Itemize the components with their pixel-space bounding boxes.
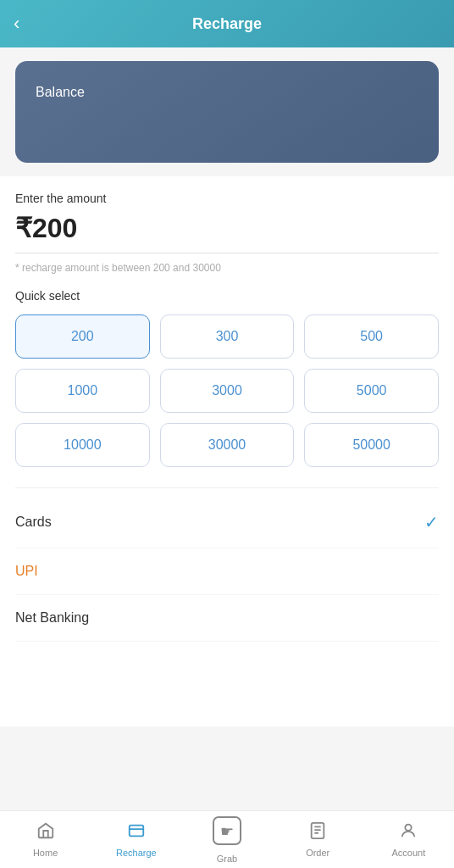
nav-recharge-label: Recharge — [116, 848, 157, 858]
quick-select-grid: 200 300 500 1000 3000 5000 10000 30000 5… — [15, 314, 439, 467]
header-title: Recharge — [192, 15, 262, 33]
payment-upi[interactable]: UPI — [15, 548, 439, 595]
quick-select-label: Quick select — [15, 289, 439, 303]
home-icon — [36, 821, 55, 845]
nav-account-label: Account — [392, 848, 426, 858]
header: ‹ Recharge — [0, 0, 454, 47]
balance-card: Balance — [15, 61, 439, 163]
nav-grab[interactable]: ☛ Grab — [181, 815, 272, 864]
grab-icon: ☛ — [212, 815, 242, 851]
nav-account[interactable]: Account — [363, 821, 454, 858]
quick-btn-200[interactable]: 200 — [15, 314, 150, 359]
balance-label: Balance — [36, 85, 85, 99]
payment-netbanking-label: Net Banking — [15, 610, 89, 626]
payment-upi-label: UPI — [15, 564, 38, 579]
payment-section: Cards ✓ UPI Net Banking — [15, 487, 439, 642]
cards-checkmark-icon: ✓ — [424, 512, 439, 532]
quick-btn-5000[interactable]: 5000 — [304, 369, 439, 413]
quick-btn-500[interactable]: 500 — [304, 314, 439, 359]
enter-amount-label: Enter the amount — [15, 192, 439, 205]
order-icon — [308, 821, 327, 845]
quick-btn-10000[interactable]: 10000 — [15, 423, 150, 467]
payment-cards-label: Cards — [15, 515, 52, 530]
quick-btn-30000[interactable]: 30000 — [160, 423, 295, 467]
quick-btn-50000[interactable]: 50000 — [304, 423, 439, 467]
svg-point-4 — [406, 825, 412, 831]
nav-recharge[interactable]: Recharge — [91, 821, 181, 858]
nav-grab-label: Grab — [217, 854, 237, 864]
svg-rect-0 — [130, 826, 144, 837]
quick-btn-300[interactable]: 300 — [160, 314, 295, 359]
svg-text:☛: ☛ — [220, 823, 234, 840]
bottom-nav: Home Recharge ☛ Grab Order — [0, 810, 454, 868]
recharge-icon — [127, 821, 146, 845]
amount-display[interactable]: ₹200 — [15, 212, 439, 253]
quick-btn-3000[interactable]: 3000 — [160, 369, 295, 413]
payment-cards[interactable]: Cards ✓ — [15, 497, 439, 548]
account-icon — [399, 821, 418, 845]
nav-home-label: Home — [33, 848, 58, 858]
nav-order-label: Order — [306, 848, 329, 858]
nav-order[interactable]: Order — [273, 821, 363, 858]
amount-hint: * recharge amount is between 200 and 300… — [15, 262, 439, 274]
quick-btn-1000[interactable]: 1000 — [15, 369, 150, 413]
payment-netbanking[interactable]: Net Banking — [15, 595, 439, 642]
back-button[interactable]: ‹ — [14, 13, 19, 35]
main-content: Enter the amount ₹200 * recharge amount … — [0, 176, 454, 726]
nav-home[interactable]: Home — [0, 821, 91, 858]
